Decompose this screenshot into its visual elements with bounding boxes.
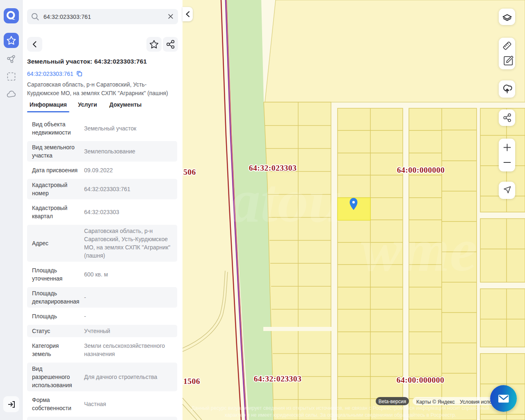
svg-text:64:32:023303: 64:32:023303 [254, 374, 302, 383]
svg-text::506: :506 [183, 168, 196, 176]
svg-text:Карты © Яндекс: Карты © Яндекс [416, 399, 455, 405]
svg-text:wme: wme [361, 216, 477, 284]
svg-text:характер и не имеет юридическо: характер и не имеет юридической силы. За… [225, 412, 457, 418]
svg-text:64:32:023303: 64:32:023303 [249, 164, 297, 172]
svg-text:Данный ресурс визуализирует св: Данный ресурс визуализирует сведения из … [192, 405, 490, 411]
svg-text:64:00:000000: 64:00:000000 [397, 376, 445, 384]
svg-text:Beta-версия: Beta-версия [379, 399, 406, 404]
svg-text::1506: :1506 [183, 377, 200, 386]
svg-text:atou: atou [230, 167, 342, 235]
svg-text:64:00:000000: 64:00:000000 [397, 166, 445, 174]
